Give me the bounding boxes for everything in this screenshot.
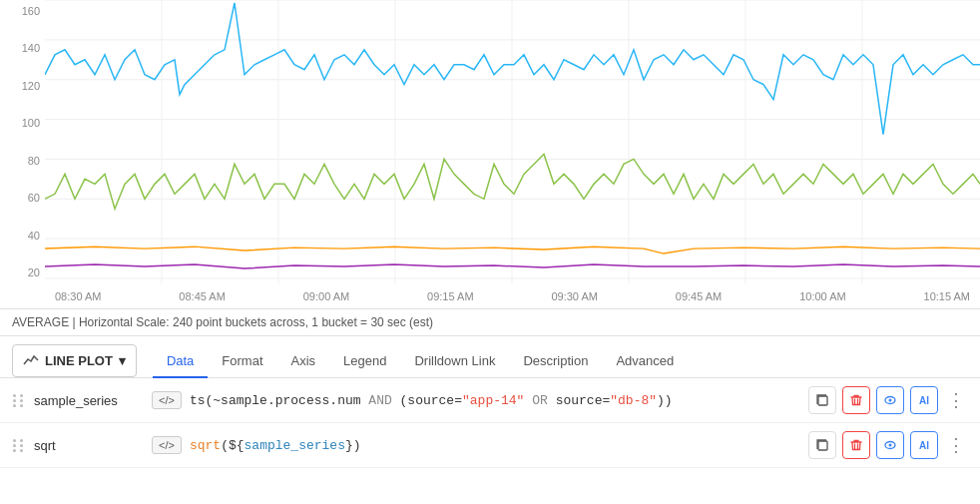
ai-button[interactable]: AI	[910, 431, 938, 459]
svg-rect-18	[818, 441, 827, 450]
series-name: sample_series	[34, 393, 144, 408]
svg-point-20	[889, 444, 892, 447]
delete-button[interactable]	[842, 386, 870, 414]
series-actions: AI ⋮	[808, 431, 968, 459]
series-query: sqrt(${sample_series})	[190, 438, 800, 453]
eye-button[interactable]	[876, 431, 904, 459]
drag-handle[interactable]	[12, 439, 26, 452]
scale-info: AVERAGE | Horizontal Scale: 240 point bu…	[0, 309, 980, 336]
table-row: sample_series </> ts(~sample.process.num…	[0, 378, 980, 423]
series-actions: AI ⋮	[808, 386, 968, 414]
chevron-down-icon: ▾	[119, 353, 126, 368]
copy-button[interactable]	[808, 386, 836, 414]
drag-handle[interactable]	[12, 394, 26, 407]
delete-button[interactable]	[842, 431, 870, 459]
more-options-button[interactable]: ⋮	[944, 389, 968, 411]
code-toggle-button[interactable]: </>	[152, 391, 182, 409]
tab-axis[interactable]: Axis	[277, 345, 330, 378]
tab-format[interactable]: Format	[208, 345, 276, 378]
x-axis: 08:30 AM 08:45 AM 09:00 AM 09:15 AM 09:3…	[45, 283, 980, 308]
eye-button[interactable]	[876, 386, 904, 414]
tabs-bar: LINE PLOT ▾ Data Format Axis Legend Dril…	[0, 336, 980, 378]
ai-button[interactable]: AI	[910, 386, 938, 414]
tab-description[interactable]: Description	[509, 345, 602, 378]
series-table: sample_series </> ts(~sample.process.num…	[0, 378, 980, 468]
tab-legend[interactable]: Legend	[329, 345, 400, 378]
tab-drilldown[interactable]: Drilldown Link	[400, 345, 509, 378]
y-axis: 160 140 120 100 80 60 40 20	[0, 0, 45, 283]
series-name: sqrt	[34, 438, 144, 453]
svg-point-17	[889, 399, 892, 402]
chart-area	[45, 0, 980, 283]
chart-container: 160 140 120 100 80 60 40 20	[0, 0, 980, 309]
viz-type-label: LINE PLOT	[45, 353, 113, 368]
code-toggle-button[interactable]: </>	[152, 436, 182, 454]
series-query: ts(~sample.process.num AND (source="app-…	[190, 393, 800, 408]
copy-button[interactable]	[808, 431, 836, 459]
table-row: sqrt </> sqrt(${sample_series})	[0, 423, 980, 468]
svg-rect-15	[818, 396, 827, 405]
tab-advanced[interactable]: Advanced	[602, 345, 688, 378]
tab-data[interactable]: Data	[153, 345, 208, 378]
line-chart-icon	[23, 351, 39, 370]
viz-type-button[interactable]: LINE PLOT ▾	[12, 344, 137, 377]
more-options-button[interactable]: ⋮	[944, 434, 968, 456]
